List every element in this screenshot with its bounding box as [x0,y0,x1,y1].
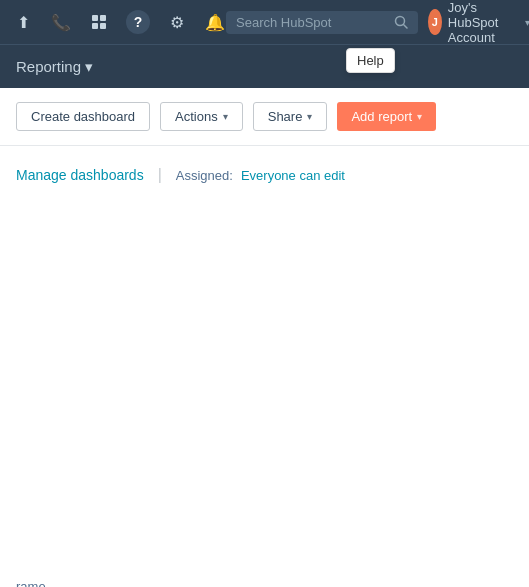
svg-rect-1 [100,15,106,21]
assigned-value: Everyone can edit [241,168,345,183]
share-label: Share [268,109,303,124]
search-icon [394,15,408,29]
search-input[interactable] [236,15,386,30]
create-dashboard-button[interactable]: Create dashboard [16,102,150,131]
actions-button[interactable]: Actions ▾ [160,102,243,131]
reporting-chevron-icon: ▾ [85,58,93,76]
actions-label: Actions [175,109,218,124]
top-navigation: ⬆ 📞 ? Help ⚙ 🔔 J Joy's HubSpot [0,0,529,44]
grid-icon[interactable] [88,11,110,33]
svg-rect-3 [100,23,106,29]
content-area [0,216,529,566]
create-dashboard-label: Create dashboard [31,109,135,124]
sub-navigation: Reporting ▾ [0,44,529,88]
add-report-button[interactable]: Add report ▾ [337,102,436,131]
toolbar: Create dashboard Actions ▾ Share ▾ Add r… [0,88,529,146]
manage-dashboards-link[interactable]: Manage dashboards [16,167,144,183]
svg-rect-2 [92,23,98,29]
avatar: J [428,9,442,35]
upload-icon[interactable]: ⬆ [12,11,34,33]
svg-rect-0 [92,15,98,21]
account-chevron-icon: ▾ [525,17,529,28]
share-button[interactable]: Share ▾ [253,102,328,131]
nav-icons-left: ⬆ 📞 ? Help ⚙ 🔔 [12,10,226,34]
account-button[interactable]: J Joy's HubSpot Account ▾ [428,0,529,45]
manage-dashboards-row: Manage dashboards | Assigned: Everyone c… [16,166,513,184]
help-icon[interactable]: ? [126,10,150,34]
separator: | [158,166,162,184]
main-content: Manage dashboards | Assigned: Everyone c… [0,146,529,216]
reporting-nav-title[interactable]: Reporting ▾ [16,58,93,76]
share-chevron-icon: ▾ [307,111,312,122]
svg-line-5 [404,25,408,29]
nav-right: J Joy's HubSpot Account ▾ [226,0,529,45]
phone-icon[interactable]: 📞 [50,11,72,33]
add-report-label: Add report [351,109,412,124]
footer-text: rame. [16,579,49,588]
search-bar[interactable] [226,11,418,34]
add-report-chevron-icon: ▾ [417,111,422,122]
footer: rame. [0,566,529,587]
settings-icon[interactable]: ⚙ [166,11,188,33]
help-tooltip: Help [346,48,395,73]
actions-chevron-icon: ▾ [223,111,228,122]
assigned-label: Assigned: [176,168,233,183]
notifications-icon[interactable]: 🔔 [204,11,226,33]
account-label: Joy's HubSpot Account [448,0,519,45]
reporting-label: Reporting [16,58,81,75]
